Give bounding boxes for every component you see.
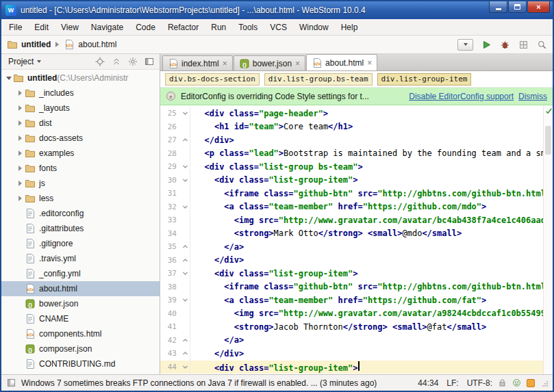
collapsed-arrow-icon[interactable] <box>16 151 25 156</box>
run-config-dropdown[interactable] <box>457 39 473 51</box>
settings-gear-icon[interactable] <box>127 56 138 67</box>
tree-item-fonts[interactable]: fonts <box>1 161 160 176</box>
code-line[interactable]: 29 <div class="list-group bs-team"> <box>160 160 543 174</box>
nav-breadcrumb-project[interactable]: untitled <box>21 40 51 49</box>
disable-editorconfig-link[interactable]: Disable EditorConfig support <box>409 92 514 101</box>
menu-vcs[interactable]: VCS <box>264 20 293 35</box>
fold-up-icon[interactable] <box>181 347 190 361</box>
code-line[interactable]: 40 <img src="http://www.gravatar.com/ava… <box>160 307 543 321</box>
collapsed-arrow-icon[interactable] <box>16 181 25 186</box>
tree-item-about.html[interactable]: </>about.html <box>1 281 160 296</box>
status-message[interactable]: Windows 7 sometimes breaks FTP connectio… <box>21 378 410 388</box>
dismiss-link[interactable]: Dismiss <box>518 92 547 101</box>
menu-view[interactable]: View <box>55 20 85 35</box>
toolwindow-switcher-icon[interactable] <box>7 378 16 387</box>
tree-item-components.html[interactable]: </>components.html <box>1 326 160 341</box>
collapsed-arrow-icon[interactable] <box>16 196 25 201</box>
maximize-button[interactable] <box>508 1 527 13</box>
menu-navigate[interactable]: Navigate <box>85 20 129 35</box>
hector-inspections-icon[interactable] <box>512 378 521 387</box>
tree-item-.gitignore[interactable]: .gitignore <box>1 236 160 251</box>
tree-item-less[interactable]: less <box>1 191 160 206</box>
tree-item-bower.json[interactable]: {}bower.json <box>1 296 160 311</box>
coverage-button[interactable] <box>518 40 529 50</box>
fold-up-icon[interactable] <box>181 240 190 254</box>
code-line[interactable]: 28 <p class="lead">Bootstrap is maintain… <box>160 147 543 161</box>
minimize-button[interactable] <box>489 1 507 13</box>
tree-item-.travis.yml[interactable]: .travis.yml <box>1 251 160 266</box>
code-line[interactable]: 33 <img src="http://www.gravatar.com/ava… <box>160 213 543 227</box>
scrollbar-thumb[interactable] <box>545 126 551 155</box>
tree-item-CNAME[interactable]: CNAME <box>1 311 160 326</box>
resize-grip-icon[interactable] <box>540 379 549 387</box>
code-line[interactable]: 26 <h1 id="team">Core team</h1> <box>160 120 543 134</box>
caret-position[interactable]: 44:34 <box>418 378 438 388</box>
fold-down-icon[interactable] <box>181 174 190 187</box>
lock-icon[interactable] <box>498 378 507 387</box>
debug-bug-button[interactable] <box>500 40 510 50</box>
fold-up-icon[interactable] <box>181 254 190 267</box>
tree-item-_config.yml[interactable]: _config.yml <box>1 266 160 281</box>
collapsed-arrow-icon[interactable] <box>16 166 25 171</box>
tab-close-icon[interactable]: × <box>223 60 227 68</box>
collapsed-arrow-icon[interactable] <box>16 90 25 96</box>
nav-breadcrumb-file[interactable]: about.html <box>78 40 116 49</box>
code-line[interactable]: 25 <div class="page-header"> <box>160 107 543 120</box>
menu-edit[interactable]: Edit <box>28 20 55 35</box>
tree-item-dist[interactable]: dist <box>1 116 160 131</box>
tree-item-_layouts[interactable]: _layouts <box>1 101 160 116</box>
tree-item-composer.json[interactable]: {}composer.json <box>1 341 160 356</box>
collapse-all-button[interactable] <box>111 56 122 67</box>
code-line[interactable]: 32 <a class="team-member" href="https://… <box>160 200 543 214</box>
tab-bower.json[interactable]: {}bower.json× <box>234 55 305 70</box>
breadcrumb-tag[interactable]: div.bs-docs-section <box>165 73 260 86</box>
breadcrumb-tag[interactable]: div.list-group-item <box>377 73 472 86</box>
fold-down-icon[interactable] <box>181 107 190 120</box>
project-panel-title[interactable]: Project <box>8 57 34 66</box>
code-line[interactable]: 43 </div> <box>160 347 543 361</box>
menu-code[interactable]: Code <box>129 20 162 35</box>
code-line[interactable]: 34 <strong>Mark Otto</strong> <small>@md… <box>160 227 543 241</box>
close-button[interactable]: × <box>527 1 550 13</box>
tab-index.html[interactable]: </>index.html× <box>162 55 233 70</box>
tree-item-.editorconfig[interactable]: .editorconfig <box>1 206 160 221</box>
code-line[interactable]: 31 <iframe class="github-btn" src="http:… <box>160 187 543 200</box>
fold-down-icon[interactable] <box>181 361 190 374</box>
menu-run[interactable]: Run <box>205 20 232 35</box>
tree-item-untitled[interactable]: untitled (C:\Users\Administr <box>1 70 160 86</box>
code-line[interactable]: 36 </div> <box>160 254 543 267</box>
tree-item-examples[interactable]: examples <box>1 146 160 161</box>
code-line[interactable]: 42 </a> <box>160 334 543 348</box>
error-stripe-scrollbar[interactable] <box>543 105 553 374</box>
collapsed-arrow-icon[interactable] <box>16 105 25 111</box>
collapsed-arrow-icon[interactable] <box>16 135 25 141</box>
menu-file[interactable]: File <box>3 20 28 35</box>
tree-item-js[interactable]: js <box>1 176 160 191</box>
tree-item-CONTRIBUTING.md[interactable]: CONTRIBUTING.md <box>1 356 160 371</box>
tab-close-icon[interactable]: × <box>367 59 372 67</box>
line-separator-indicator[interactable]: LF: <box>446 378 458 388</box>
fold-down-icon[interactable] <box>181 200 190 214</box>
code-lines[interactable]: 25 <div class="page-header">26 <h1 id="t… <box>160 105 543 374</box>
tree-item-docs-assets[interactable]: docs-assets <box>1 131 160 146</box>
file-encoding-indicator[interactable]: UTF-8: <box>467 378 492 388</box>
scroll-from-source-button[interactable] <box>95 56 105 67</box>
run-button[interactable] <box>481 40 492 50</box>
code-line[interactable]: 35 </a> <box>160 240 543 254</box>
tree-item-.gitattributes[interactable]: .gitattributes <box>1 221 160 236</box>
fold-up-icon[interactable] <box>181 133 190 147</box>
menu-help[interactable]: Help <box>335 20 364 35</box>
fold-down-icon[interactable] <box>181 267 190 280</box>
title-bar[interactable]: W untitled - [C:\Users\Administrator\Web… <box>1 1 553 19</box>
code-line[interactable]: 39 <a class="team-member" href="https://… <box>160 293 543 307</box>
menu-refactor[interactable]: Refactor <box>162 20 205 35</box>
menu-tools[interactable]: Tools <box>232 20 264 35</box>
hide-panel-button[interactable] <box>144 56 155 67</box>
collapsed-arrow-icon[interactable] <box>16 120 25 126</box>
code-line[interactable]: 37 <div class="list-group-item"> <box>160 267 543 280</box>
tab-about.html[interactable]: </>about.html× <box>306 54 377 70</box>
search-icon[interactable] <box>537 40 547 50</box>
fold-down-icon[interactable] <box>181 293 190 307</box>
code-line[interactable]: 30 <div class="list-group-item"> <box>160 174 543 187</box>
code-line[interactable]: 27 </div> <box>160 133 543 147</box>
